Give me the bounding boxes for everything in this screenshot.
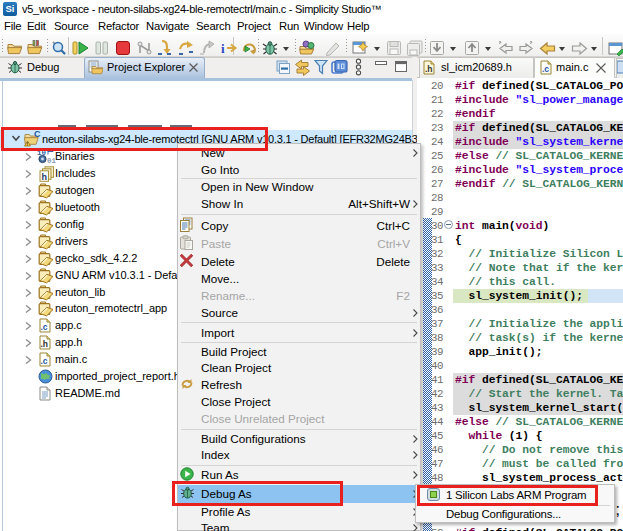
svg-text:h: h xyxy=(42,172,48,182)
svg-text:i: i xyxy=(221,41,225,56)
svg-text:.h: .h xyxy=(425,64,433,74)
svg-text:.h: .h xyxy=(41,339,49,349)
svg-text:.c: .c xyxy=(41,322,48,332)
svg-text:.c: .c xyxy=(41,356,48,366)
svg-text:.c: .c xyxy=(542,64,549,74)
